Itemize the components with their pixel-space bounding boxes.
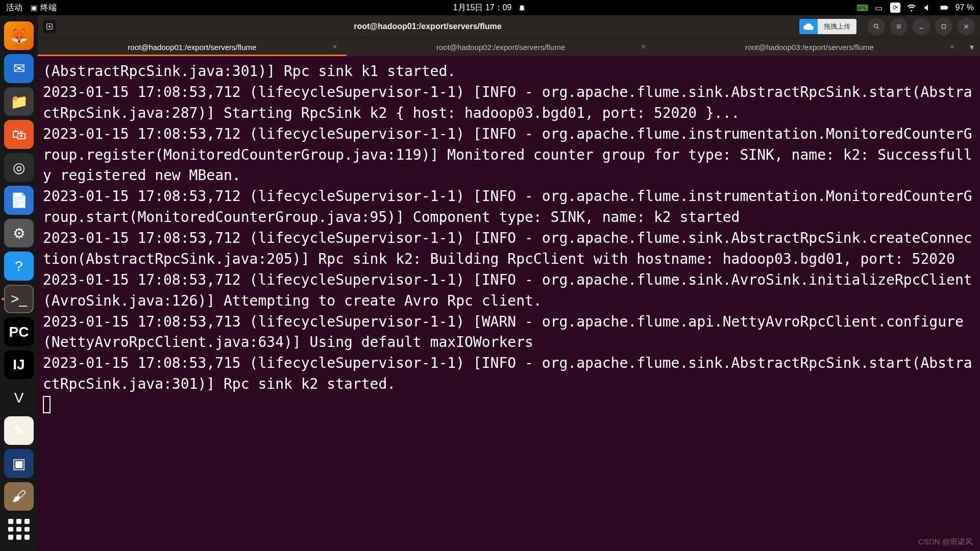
- svg-rect-1: [947, 7, 948, 9]
- dock-virtualbox[interactable]: ▣: [4, 449, 34, 478]
- tab-strip: root@hadoop01:/export/servers/flume × ro…: [38, 38, 980, 56]
- minimize-button[interactable]: [913, 18, 930, 35]
- tab-overflow-button[interactable]: ▾: [964, 38, 980, 56]
- terminal-window: root@hadoop01:/export/servers/flume 拖拽上传…: [38, 15, 980, 551]
- tab-close-icon[interactable]: ×: [950, 42, 954, 52]
- dock-libreoffice[interactable]: 📄: [4, 186, 34, 214]
- search-button[interactable]: [868, 18, 885, 35]
- show-applications[interactable]: [4, 515, 34, 544]
- tab-close-icon[interactable]: ×: [641, 42, 646, 52]
- cloud-icon: [799, 19, 818, 34]
- close-button[interactable]: [958, 18, 975, 35]
- tray-icon-2[interactable]: ⟳: [890, 3, 900, 13]
- gnome-top-panel: 活动 ▣ 终端 1月15日 17：09 ⌨ ▭ ⟳ 97 %: [0, 0, 980, 15]
- maximize-button[interactable]: [935, 18, 952, 35]
- dock-software[interactable]: 🛍: [4, 120, 34, 148]
- clock[interactable]: 1月15日 17：09: [453, 3, 512, 13]
- dock-firefox[interactable]: 🦊: [4, 21, 34, 50]
- terminal-cursor: [43, 396, 51, 413]
- dock-thunderbird[interactable]: ✉: [4, 54, 34, 83]
- terminal-icon: ▣: [31, 4, 37, 12]
- dock-vim[interactable]: V: [4, 383, 34, 412]
- battery-percent: 97 %: [955, 3, 974, 12]
- tab-label: root@hadoop02:/export/servers/flume: [436, 43, 565, 52]
- terminal-output[interactable]: (AbstractRpcSink.java:301)] Rpc sink k1 …: [38, 56, 980, 551]
- dock-rhythmbox[interactable]: ◎: [4, 153, 34, 182]
- window-title: root@hadoop01:/export/servers/flume: [60, 22, 795, 31]
- svg-rect-0: [940, 6, 947, 10]
- svg-point-5: [874, 24, 877, 28]
- app-menu-label: 终端: [40, 3, 57, 13]
- dock-settings[interactable]: ⚙: [4, 219, 34, 247]
- volume-icon[interactable]: [923, 3, 933, 13]
- activities-button[interactable]: 活动: [6, 3, 22, 13]
- new-tab-button[interactable]: [43, 20, 56, 33]
- dock-help[interactable]: ?: [4, 252, 34, 280]
- tab-hadoop03[interactable]: root@hadoop03:/export/servers/flume ×: [655, 38, 964, 56]
- window-titlebar: root@hadoop01:/export/servers/flume 拖拽上传: [38, 15, 980, 38]
- tab-label: root@hadoop03:/export/servers/flume: [745, 43, 874, 52]
- menu-button[interactable]: [890, 18, 908, 35]
- dock-intellij[interactable]: IJ: [4, 350, 34, 379]
- dock-gimp[interactable]: 🖌: [4, 482, 34, 511]
- dock-files[interactable]: 📁: [4, 87, 34, 116]
- baidu-upload-pill[interactable]: 拖拽上传: [799, 19, 856, 34]
- tray-icon[interactable]: ▭: [874, 3, 884, 13]
- notification-icon[interactable]: [517, 3, 527, 13]
- app-menu[interactable]: ▣ 终端: [31, 3, 57, 13]
- battery-icon[interactable]: [939, 3, 949, 13]
- wifi-icon[interactable]: [906, 3, 917, 13]
- watermark: CSDN @雨诺风: [918, 537, 973, 547]
- tab-hadoop01[interactable]: root@hadoop01:/export/servers/flume ×: [38, 38, 347, 56]
- tab-close-icon[interactable]: ×: [332, 42, 337, 52]
- svg-line-6: [877, 27, 879, 29]
- baidu-upload-label: 拖拽上传: [818, 19, 856, 34]
- dock-gedit[interactable]: ✎: [4, 416, 34, 445]
- tab-hadoop02[interactable]: root@hadoop02:/export/servers/flume ×: [347, 38, 655, 56]
- dock-terminal[interactable]: >_: [4, 285, 34, 314]
- tab-label: root@hadoop01:/export/servers/flume: [128, 43, 256, 52]
- svg-rect-11: [942, 24, 946, 28]
- dock-pycharm[interactable]: PC: [4, 317, 34, 346]
- ime-icon[interactable]: ⌨: [857, 3, 868, 13]
- dock: 🦊 ✉ 📁 🛍 ◎ 📄 ⚙ ? >_ PC IJ V ✎ ▣ 🖌: [0, 15, 38, 551]
